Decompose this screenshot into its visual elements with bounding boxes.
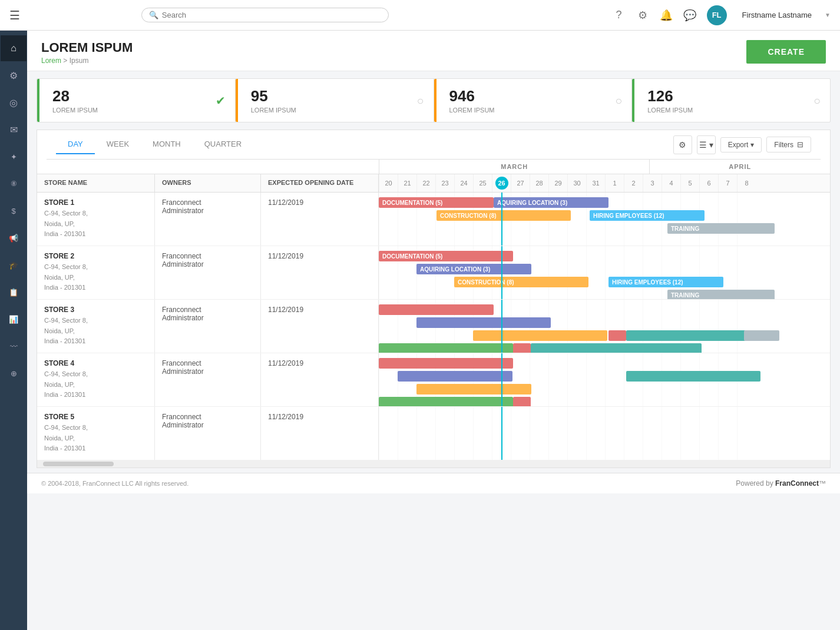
stat-accent-3 bbox=[632, 79, 634, 122]
tab-month[interactable]: MONTH bbox=[141, 135, 193, 154]
sidebar-item-people[interactable]: ⑧ bbox=[1, 171, 27, 197]
breadcrumb-link[interactable]: Lorem bbox=[41, 57, 61, 65]
stat-check-icon-0: ✔ bbox=[216, 94, 226, 108]
today-line bbox=[501, 353, 502, 406]
stat-accent-2 bbox=[434, 79, 436, 122]
gantt-date-cell: 25 bbox=[473, 174, 492, 192]
footer: © 2004-2018, FranConnect LLC All rights … bbox=[27, 473, 840, 493]
gantt-bar[interactable] bbox=[379, 304, 494, 315]
stats-row: 28 LOREM IPSUM ✔ 95 LOREM IPSUM ○ 946 LO… bbox=[37, 78, 831, 122]
gantt-bar[interactable] bbox=[416, 317, 551, 328]
stat-label-1: LOREM IPSUM bbox=[246, 107, 423, 114]
gantt-bar[interactable]: DOCUMENTATION (5) bbox=[379, 251, 513, 261]
export-label: Export bbox=[728, 141, 749, 149]
today-line bbox=[501, 193, 502, 246]
export-button[interactable]: Export ▾ bbox=[720, 137, 762, 152]
gantt-bar[interactable] bbox=[379, 358, 513, 369]
stat-label-3: LOREM IPSUM bbox=[643, 107, 819, 114]
gantt-date-cell: 21 bbox=[398, 174, 416, 192]
gantt-date-cell: 5 bbox=[680, 174, 699, 192]
gantt-date-cell: 8 bbox=[737, 174, 756, 192]
chat-icon[interactable]: 💬 bbox=[683, 9, 696, 22]
gantt-bar[interactable]: AQUIRING LOCATION (3) bbox=[494, 197, 608, 208]
gantt-row: STORE 4C-94, Sector 8,Noida, UP,India - … bbox=[37, 353, 830, 407]
hamburger-icon[interactable]: ☰ bbox=[9, 8, 20, 22]
sidebar-item-key[interactable]: ✦ bbox=[1, 144, 27, 170]
gantt-bar[interactable] bbox=[416, 384, 531, 394]
gantt-bar[interactable] bbox=[379, 343, 513, 353]
gear-icon[interactable]: ⚙ bbox=[636, 9, 649, 22]
gantt-bar[interactable]: CONSTRUCTION (8) bbox=[454, 277, 588, 287]
gantt-bar[interactable] bbox=[608, 330, 626, 341]
gantt-months: MARCH APRIL bbox=[379, 160, 830, 174]
sidebar-item-money[interactable]: $ bbox=[1, 198, 27, 224]
user-name[interactable]: Firstname Lastname bbox=[742, 11, 812, 19]
gantt-date-cell: 6 bbox=[699, 174, 718, 192]
stat-label-0: LOREM IPSUM bbox=[48, 107, 224, 114]
gantt-bar[interactable]: CONSTRUCTION (8) bbox=[436, 210, 571, 221]
toolbar-row: DAY WEEK MONTH QUARTER ⚙ ☰ ▾ Export ▾ Fi… bbox=[47, 130, 821, 160]
gantt-row: STORE 2C-94, Sector 8,Noida, UP,India - … bbox=[37, 246, 830, 300]
help-circle-icon[interactable]: ? bbox=[613, 9, 626, 22]
gantt-date-cell: 7 bbox=[718, 174, 737, 192]
gantt-scrollbar-thumb[interactable] bbox=[43, 462, 114, 466]
gantt-bar[interactable] bbox=[473, 330, 607, 341]
gantt-bar[interactable]: AQUIRING LOCATION (3) bbox=[416, 264, 531, 274]
list-view-icon[interactable]: ☰ ▾ bbox=[697, 135, 716, 154]
stat-number-0: 28 bbox=[48, 87, 224, 105]
gantt-bar[interactable] bbox=[744, 330, 779, 341]
sidebar-item-graduation[interactable]: 🎓 bbox=[1, 252, 27, 278]
gantt-bar[interactable]: TRAINING bbox=[667, 223, 775, 234]
page-header-left: LOREM ISPUM Lorem > Ipsum bbox=[41, 40, 133, 65]
sidebar-item-chart[interactable]: 📊 bbox=[1, 306, 27, 332]
col-header-store: STORE NAME bbox=[37, 174, 155, 192]
filters-button[interactable]: Filters ⊟ bbox=[766, 137, 811, 152]
gantt-bar[interactable] bbox=[626, 371, 760, 382]
tab-quarter[interactable]: QUARTER bbox=[193, 135, 253, 154]
sidebar-item-circle[interactable]: ⊕ bbox=[1, 360, 27, 386]
gantt-bar[interactable]: TRAINING bbox=[667, 290, 775, 299]
sidebar-item-megaphone[interactable]: 📢 bbox=[1, 225, 27, 251]
gantt-header-row: STORE NAME OWNERS EXPECTED OPENING DATE … bbox=[37, 174, 830, 193]
gantt-bar[interactable] bbox=[513, 397, 531, 406]
bell-icon[interactable]: 🔔 bbox=[660, 9, 673, 22]
stat-accent-0 bbox=[37, 79, 39, 122]
sidebar-item-settings[interactable]: ⚙ bbox=[1, 62, 27, 88]
gantt-date-cell: 31 bbox=[586, 174, 605, 192]
gantt-date-cell: 23 bbox=[435, 174, 454, 192]
gantt-bar[interactable]: HIRING EMPLOYEES (12) bbox=[590, 210, 705, 221]
settings-view-icon[interactable]: ⚙ bbox=[673, 135, 692, 154]
gantt-bar[interactable] bbox=[513, 343, 531, 353]
avatar[interactable]: FL bbox=[707, 5, 727, 25]
gantt-date-cell: 22 bbox=[416, 174, 435, 192]
gantt-scrollbar[interactable] bbox=[37, 460, 830, 467]
sidebar-item-globe[interactable]: ◎ bbox=[1, 89, 27, 115]
col-header-owners: OWNERS bbox=[155, 174, 261, 192]
today-line bbox=[501, 300, 502, 353]
gantt-bar[interactable]: HIRING EMPLOYEES (12) bbox=[608, 277, 723, 287]
breadcrumb-separator: > bbox=[63, 57, 69, 65]
gantt-date-cell: 28 bbox=[530, 174, 548, 192]
gantt-bar[interactable] bbox=[531, 343, 702, 353]
gantt-bars-area bbox=[379, 407, 830, 460]
search-input[interactable] bbox=[162, 11, 381, 19]
gantt-bar[interactable] bbox=[379, 397, 513, 406]
sidebar-item-analytics[interactable]: 〰 bbox=[1, 333, 27, 359]
breadcrumb: Lorem > Ipsum bbox=[41, 57, 133, 65]
gantt-cell-owner: FranconnectAdministrator bbox=[155, 300, 261, 353]
gantt-bar[interactable]: DOCUMENTATION (5) bbox=[379, 197, 494, 208]
sidebar-item-home[interactable]: ⌂ bbox=[1, 35, 27, 61]
sidebar-item-report[interactable]: 📋 bbox=[1, 279, 27, 305]
footer-powered-by: Powered by bbox=[736, 479, 775, 488]
filters-icon: ⊟ bbox=[797, 140, 803, 149]
gantt-month-april: APRIL bbox=[649, 160, 830, 174]
gantt-bar[interactable] bbox=[398, 371, 512, 382]
tab-week[interactable]: WEEK bbox=[95, 135, 141, 154]
sidebar-item-message[interactable]: ✉ bbox=[1, 117, 27, 142]
stat-card-3: 126 LOREM IPSUM ○ bbox=[632, 79, 830, 122]
gantt-cell-owner: FranconnectAdministrator bbox=[155, 246, 261, 299]
create-button[interactable]: CREATE bbox=[746, 40, 826, 64]
footer-copyright: © 2004-2018, FranConnect LLC All rights … bbox=[41, 480, 188, 487]
gantt-bar[interactable] bbox=[626, 330, 760, 341]
tab-day[interactable]: DAY bbox=[56, 135, 95, 154]
